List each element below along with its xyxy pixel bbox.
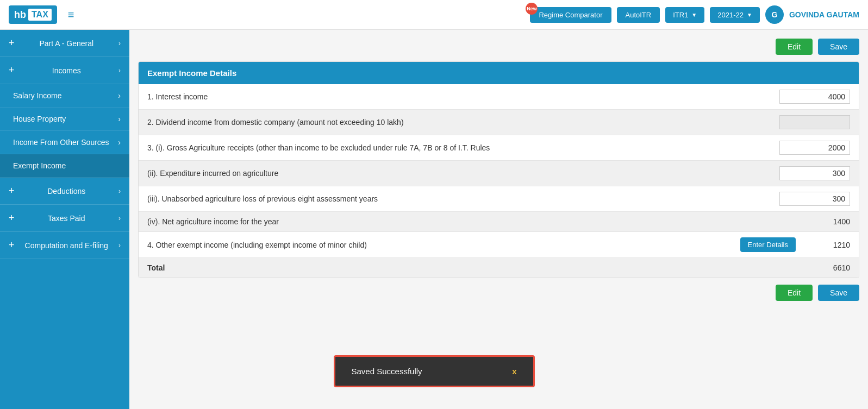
row-label: 1. Interest income [147,92,779,101]
sidebar-item-part-a-general[interactable]: + Part A - General › [0,30,129,57]
sidebar-item-label: Part A - General [39,39,93,48]
arrow-icon: › [118,115,121,123]
itr1-arrow-icon: ▼ [691,12,697,18]
gross-agriculture-input[interactable] [779,141,850,155]
save-button-bottom[interactable]: Save [818,285,859,301]
row-label: (iii). Unabsorbed agriculture loss of pr… [147,194,779,203]
other-exempt-value: 1210 [807,241,850,249]
logo: hb TAX [9,5,57,24]
layout: + Part A - General › + Incomes › Salary … [0,30,868,409]
row-label: (ii). Expenditure incurred on agricultur… [147,169,779,178]
sidebar-item-salary-income[interactable]: Salary Income › [0,84,129,108]
regime-comparator-wrapper: New Regime Comparator [530,7,611,23]
toast-overlay: Saved Successfully x [334,355,535,387]
header-right: New Regime Comparator AutoITR ITR1 ▼ 202… [530,5,859,24]
row-label: 3. (i). Gross Agriculture receipts (othe… [147,143,779,152]
plus-icon: + [9,65,15,76]
sidebar-sub-label: House Property [13,115,66,123]
plus-icon: + [9,37,15,49]
row-label: 2. Dividend income from domestic company… [147,118,779,127]
table-row: 4. Other exempt income (including exempt… [139,232,859,258]
expenditure-agriculture-input[interactable] [779,166,850,180]
sidebar-item-incomes[interactable]: + Incomes › [0,57,129,84]
autoitr-button[interactable]: AutoITR [617,7,660,23]
toast-message: Saved Successfully [352,367,422,376]
edit-button-bottom[interactable]: Edit [776,285,813,301]
table-row: 3. (i). Gross Agriculture receipts (othe… [139,135,859,161]
unabsorbed-agriculture-input[interactable] [779,192,850,206]
row-label: (iv). Net agriculture income for the yea… [147,217,807,226]
arrow-icon: › [118,91,121,100]
table-row: Total 6610 [139,258,859,278]
sidebar-item-income-other-sources[interactable]: Income From Other Sources › [0,131,129,154]
sidebar-item-deductions[interactable]: + Deductions › [0,178,129,205]
sidebar-sub-label: Exempt Income [13,161,66,170]
sidebar-item-label: Computation and E-filing [25,241,108,250]
header-left: hb TAX ≡ [9,5,74,24]
hamburger-icon[interactable]: ≡ [68,9,74,21]
bottom-toolbar: Edit Save [138,285,859,301]
plus-icon: + [9,212,15,224]
table-row: (iii). Unabsorbed agriculture loss of pr… [139,186,859,212]
card-title: Exempt Income Details [139,62,859,84]
arrow-icon: › [118,242,121,249]
year-arrow-icon: ▼ [747,12,752,18]
sidebar-item-computation-efiling[interactable]: + Computation and E-filing › [0,232,129,259]
arrow-icon: › [118,40,121,47]
table-row: 2. Dividend income from domestic company… [139,110,859,135]
sidebar-sub-label: Salary Income [13,91,61,100]
total-value: 6610 [807,263,850,272]
logo-hb: hb [14,9,26,21]
sidebar-item-taxes-paid[interactable]: + Taxes Paid › [0,205,129,232]
logo-tax: TAX [28,9,52,21]
plus-icon: + [9,240,15,251]
sidebar-item-label: Taxes Paid [48,214,85,223]
new-badge: New [526,3,538,15]
arrow-icon: › [118,187,121,195]
regime-comparator-button[interactable]: Regime Comparator [530,7,611,23]
table-row: (ii). Expenditure incurred on agricultur… [139,161,859,186]
year-label: 2021-22 [717,11,744,19]
sidebar-item-exempt-income[interactable]: Exempt Income [0,154,129,178]
arrow-icon: › [118,215,121,222]
save-button-top[interactable]: Save [818,39,859,55]
row-value-group: Enter Details 1210 [740,237,850,252]
net-agriculture-value: 1400 [807,217,850,226]
row-label: Total [147,263,807,272]
toast: Saved Successfully x [334,355,535,387]
user-name: GOVINDA GAUTAM [789,10,859,19]
main-content: Edit Save Exempt Income Details 1. Inter… [129,30,868,409]
interest-income-input[interactable] [779,90,850,104]
edit-button-top[interactable]: Edit [776,39,813,55]
arrow-icon: › [118,67,121,74]
top-toolbar: Edit Save [138,39,859,55]
sidebar: + Part A - General › + Incomes › Salary … [0,30,129,409]
table-row: (iv). Net agriculture income for the yea… [139,212,859,232]
dividend-income-input[interactable] [779,115,850,129]
exempt-income-card: Exempt Income Details 1. Interest income… [138,61,859,278]
header: hb TAX ≡ New Regime Comparator AutoITR I… [0,0,868,30]
enter-details-button[interactable]: Enter Details [740,237,796,252]
year-dropdown[interactable]: 2021-22 ▼ [710,7,760,23]
sidebar-sub-label: Income From Other Sources [13,138,109,147]
table-row: 1. Interest income [139,84,859,110]
user-avatar: G [765,5,784,24]
sidebar-item-label: Incomes [52,66,81,75]
itr1-dropdown[interactable]: ITR1 ▼ [665,7,704,23]
sidebar-item-house-property[interactable]: House Property › [0,108,129,131]
sidebar-item-label: Deductions [47,187,85,196]
toast-close-button[interactable]: x [512,367,516,376]
row-label: 4. Other exempt income (including exempt… [147,241,740,249]
itr1-label: ITR1 [673,11,688,19]
plus-icon: + [9,185,15,197]
arrow-icon: › [118,138,121,147]
